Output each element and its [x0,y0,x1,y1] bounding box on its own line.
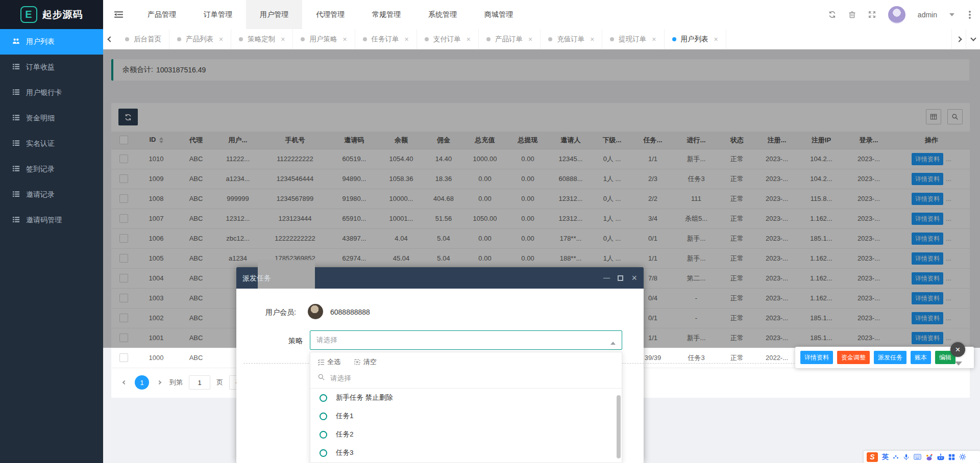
table-cell: 2022-... [755,348,798,368]
tab-bar: 后台首页产品列表×策略定制×用户策略×任务订单×支付订单×产品订单×充值订单×提… [103,29,980,49]
dropdown-option[interactable]: 任务1 [310,407,622,425]
virtual-keyboard-icon[interactable] [914,454,921,460]
tab-close-icon[interactable]: × [714,35,718,43]
tab-close-icon[interactable]: × [652,35,656,43]
page-prev-button[interactable] [120,381,129,384]
tab-dot-icon [301,37,305,41]
clear-button[interactable]: 清空 [354,357,377,367]
topnav-item[interactable]: 订单管理 [190,0,246,29]
kebab-menu-icon[interactable] [969,14,971,16]
tab-close-icon[interactable]: × [528,35,532,43]
tab-item[interactable]: 用户列表× [665,29,726,49]
tab-close-icon[interactable]: × [590,35,594,43]
modal-header[interactable]: 派发任务 — × [236,267,644,289]
list-icon [12,114,20,123]
radio-icon [320,431,327,439]
op-button-详情资料[interactable]: 详情资料 [800,351,833,364]
sidebar-item-签到记录[interactable]: 签到记录 [0,157,103,182]
sidebar-item-订单收益[interactable]: 订单收益 [0,55,103,80]
username[interactable]: admin [918,11,937,19]
page-current[interactable]: 1 [135,375,149,390]
sidebar-item-用户列表[interactable]: 用户列表 [0,29,103,55]
panel-close-button[interactable]: × [950,342,965,357]
page-input[interactable] [189,375,210,390]
op-button-账本[interactable]: 账本 [911,351,931,364]
dropdown-search[interactable] [310,367,622,382]
toolbox-icon[interactable] [948,454,955,460]
ime-settings-icon[interactable] [959,453,966,460]
tab-item[interactable]: 提现订单× [602,29,664,49]
tab-close-icon[interactable]: × [405,35,409,43]
ai-robot-icon[interactable] [937,453,944,460]
strategy-select[interactable]: 请选择 [310,330,622,350]
app-root: 产品管理订单管理用户管理代理管理常规管理系统管理商城管理 admin 后台首页产… [0,0,980,463]
sidebar-item-资金明细[interactable]: 资金明细 [0,106,103,131]
fullscreen-icon[interactable] [868,11,876,18]
radio-icon [320,394,327,402]
dropdown-option[interactable]: 新手任务 禁止删除 [310,389,622,407]
tabs-menu-button[interactable] [966,29,980,49]
select-all-button[interactable]: 全选 [317,357,340,367]
option-label: 任务3 [336,448,354,457]
language-toggle-icon[interactable]: 英 [882,452,889,461]
dropdown-option[interactable]: 任务2 [310,425,622,444]
sidebar-item-邀请记录[interactable]: 邀请记录 [0,182,103,208]
strategy-dropdown: 全选 清空 新手任务 禁止删除任务1任务2任务3 [310,352,622,463]
tab-item[interactable]: 后台首页 [117,29,169,49]
minimize-icon[interactable]: — [603,267,610,289]
refresh-icon[interactable] [828,11,836,18]
tab-item[interactable]: 产品列表× [169,29,231,49]
tab-close-icon[interactable]: × [342,35,347,43]
op-button-派发任务[interactable]: 派发任务 [874,351,906,364]
users-icon [12,37,20,46]
row-checkbox[interactable] [119,353,128,362]
avatar[interactable] [888,6,905,23]
topnav-item[interactable]: 用户管理 [246,0,302,29]
op-button-资金调整[interactable]: 资金调整 [837,351,870,364]
tab-item[interactable]: 充值订单× [541,29,602,49]
table-cell: 任务3 [674,348,719,368]
dropdown-search-input[interactable] [330,374,534,382]
tab-item[interactable]: 支付订单× [417,29,479,49]
topnav-item[interactable]: 代理管理 [302,0,358,29]
select-placeholder: 请选择 [310,336,337,344]
topnav-item[interactable]: 常规管理 [358,0,414,29]
tab-close-icon[interactable]: × [219,35,223,43]
topnav-item[interactable]: 商城管理 [471,0,527,29]
dropdown-option[interactable]: 任务3 [310,444,622,462]
modal-title: 派发任务 [242,267,271,289]
sidebar-item-label: 实名认证 [26,139,55,148]
tabs-scroll-left-button[interactable] [103,29,117,49]
sidebar-item-邀请码管理[interactable]: 邀请码管理 [0,208,103,233]
topnav-item[interactable]: 系统管理 [414,0,471,29]
maximize-icon[interactable] [618,275,623,281]
tabs-scroll-right-button[interactable] [951,29,966,49]
close-icon[interactable]: × [631,267,637,289]
tab-close-icon[interactable]: × [281,35,285,43]
menu-toggle-icon[interactable] [103,0,134,29]
member-value: 6088888888 [330,308,370,316]
tab-item[interactable]: 产品订单× [479,29,541,49]
tab-label: 产品订单 [495,35,523,44]
tab-label: 策略定制 [248,35,275,44]
row-operations-panel: 详情资料资金调整派发任务账本编辑 [795,347,974,368]
pet-assistant-icon[interactable] [925,454,933,460]
page-next-button[interactable] [155,381,163,384]
search-icon [317,373,325,382]
dropdown-scrollbar[interactable] [617,395,621,458]
sidebar-item-实名认证[interactable]: 实名认证 [0,131,103,157]
tab-item[interactable]: 策略定制× [231,29,293,49]
brand-name: 起步源码 [42,8,83,21]
table-cell: 1000 [136,348,177,368]
tab-item[interactable]: 任务订单× [355,29,417,49]
trash-icon[interactable] [848,11,856,18]
voice-input-icon[interactable] [903,454,910,460]
topnav-item[interactable]: 产品管理 [134,0,190,29]
tab-close-icon[interactable]: × [467,35,471,43]
tab-item[interactable]: 用户策略× [293,29,355,49]
sidebar-item-label: 用户银行卡 [26,88,62,97]
brand-logo[interactable]: E 起步源码 [0,0,103,29]
emoji-dots-icon[interactable] [893,454,899,460]
sogou-logo[interactable]: S [867,452,878,462]
sidebar-item-用户银行卡[interactable]: 用户银行卡 [0,80,103,106]
